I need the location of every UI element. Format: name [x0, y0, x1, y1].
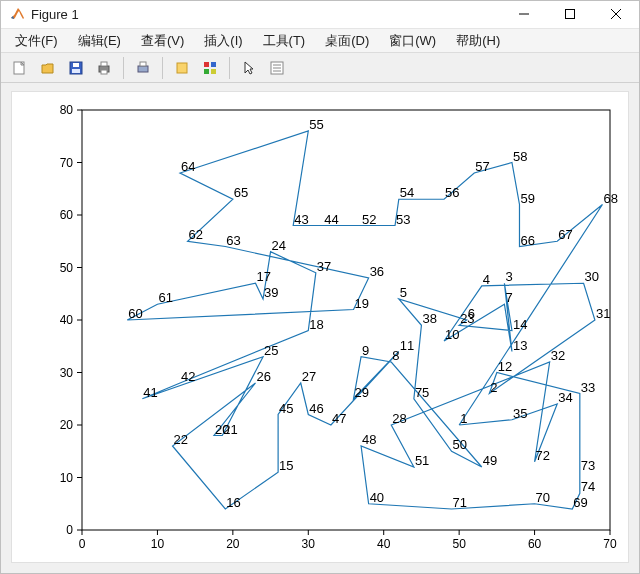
svg-text:62: 62	[189, 227, 203, 242]
menu-tools[interactable]: 工具(T)	[253, 30, 316, 52]
svg-text:8: 8	[392, 348, 399, 363]
svg-text:70: 70	[603, 537, 617, 551]
svg-text:69: 69	[573, 495, 587, 510]
svg-text:60: 60	[60, 208, 74, 222]
figure-canvas[interactable]: 0102030405060700102030405060708012345678…	[11, 91, 629, 563]
save-button[interactable]	[63, 55, 89, 81]
svg-text:10: 10	[445, 327, 459, 342]
svg-text:28: 28	[392, 411, 406, 426]
svg-text:67: 67	[558, 227, 572, 242]
svg-rect-7	[72, 69, 80, 73]
svg-text:68: 68	[603, 191, 617, 206]
open-button[interactable]	[35, 55, 61, 81]
palette-button[interactable]	[197, 55, 223, 81]
window-buttons	[501, 1, 639, 28]
svg-text:4: 4	[483, 272, 490, 287]
svg-rect-12	[140, 62, 146, 66]
svg-text:56: 56	[445, 185, 459, 200]
svg-text:5: 5	[400, 285, 407, 300]
svg-text:71: 71	[453, 495, 467, 510]
svg-text:75: 75	[415, 385, 429, 400]
svg-rect-10	[101, 70, 107, 74]
new-figure-button[interactable]	[7, 55, 33, 81]
svg-text:53: 53	[396, 212, 410, 227]
svg-text:26: 26	[256, 369, 270, 384]
svg-text:35: 35	[513, 406, 527, 421]
svg-text:74: 74	[581, 479, 595, 494]
minimize-button[interactable]	[501, 1, 547, 28]
svg-rect-9	[101, 62, 107, 66]
svg-text:39: 39	[264, 285, 278, 300]
svg-text:9: 9	[362, 343, 369, 358]
svg-text:48: 48	[362, 432, 376, 447]
svg-text:70: 70	[60, 156, 74, 170]
menu-help[interactable]: 帮助(H)	[446, 30, 510, 52]
figure-window: Figure 1 文件(F) 编辑(E) 查看(V) 插入(I) 工具(T) 桌…	[0, 0, 640, 574]
svg-text:2: 2	[490, 380, 497, 395]
svg-rect-13	[177, 63, 187, 73]
svg-text:60: 60	[528, 537, 542, 551]
svg-text:50: 50	[452, 537, 466, 551]
svg-text:10: 10	[60, 471, 74, 485]
svg-rect-14	[204, 62, 209, 67]
toolbar-separator	[123, 57, 124, 79]
svg-text:3: 3	[505, 269, 512, 284]
maximize-button[interactable]	[547, 1, 593, 28]
svg-text:31: 31	[596, 306, 610, 321]
svg-text:72: 72	[536, 448, 550, 463]
svg-text:0: 0	[79, 537, 86, 551]
svg-text:40: 40	[370, 490, 384, 505]
svg-text:37: 37	[317, 259, 331, 274]
svg-text:14: 14	[513, 317, 527, 332]
svg-rect-16	[204, 69, 209, 74]
svg-text:60: 60	[128, 306, 142, 321]
svg-text:49: 49	[483, 453, 497, 468]
svg-text:51: 51	[415, 453, 429, 468]
svg-text:50: 50	[453, 437, 467, 452]
titlebar: Figure 1	[1, 1, 639, 29]
menu-window[interactable]: 窗口(W)	[379, 30, 446, 52]
print-button[interactable]	[91, 55, 117, 81]
svg-text:16: 16	[226, 495, 240, 510]
svg-rect-1	[566, 10, 575, 19]
menu-edit[interactable]: 编辑(E)	[68, 30, 131, 52]
print-preview-button[interactable]	[130, 55, 156, 81]
svg-rect-17	[211, 69, 216, 74]
svg-text:15: 15	[279, 458, 293, 473]
svg-text:1: 1	[460, 411, 467, 426]
svg-text:70: 70	[536, 490, 550, 505]
svg-text:30: 30	[60, 366, 74, 380]
link-button[interactable]	[169, 55, 195, 81]
svg-text:66: 66	[520, 233, 534, 248]
menu-desktop[interactable]: 桌面(D)	[315, 30, 379, 52]
svg-text:57: 57	[475, 159, 489, 174]
toolbar-separator	[229, 57, 230, 79]
svg-text:65: 65	[234, 185, 248, 200]
svg-text:63: 63	[226, 233, 240, 248]
svg-text:54: 54	[400, 185, 414, 200]
svg-text:43: 43	[294, 212, 308, 227]
toolbar	[1, 53, 639, 83]
list-button[interactable]	[264, 55, 290, 81]
svg-text:38: 38	[422, 311, 436, 326]
svg-text:80: 80	[60, 103, 74, 117]
svg-text:64: 64	[181, 159, 195, 174]
menubar: 文件(F) 编辑(E) 查看(V) 插入(I) 工具(T) 桌面(D) 窗口(W…	[1, 29, 639, 53]
menu-view[interactable]: 查看(V)	[131, 30, 194, 52]
svg-text:21: 21	[223, 422, 237, 437]
svg-text:30: 30	[302, 537, 316, 551]
menu-file[interactable]: 文件(F)	[5, 30, 68, 52]
window-title: Figure 1	[31, 7, 501, 22]
matlab-icon	[9, 6, 25, 22]
svg-text:50: 50	[60, 261, 74, 275]
svg-text:0: 0	[66, 523, 73, 537]
pointer-button[interactable]	[236, 55, 262, 81]
svg-text:47: 47	[332, 411, 346, 426]
close-button[interactable]	[593, 1, 639, 28]
plot-svg: 0102030405060700102030405060708012345678…	[12, 92, 628, 562]
svg-text:34: 34	[558, 390, 572, 405]
svg-text:13: 13	[513, 338, 527, 353]
svg-text:20: 20	[60, 418, 74, 432]
svg-text:73: 73	[581, 458, 595, 473]
menu-insert[interactable]: 插入(I)	[194, 30, 252, 52]
